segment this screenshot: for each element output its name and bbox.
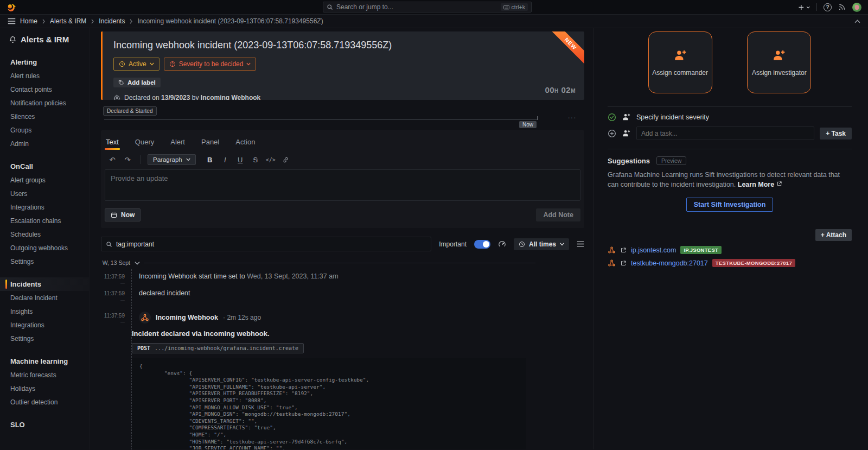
sidebar-item-escalation-chains[interactable]: Escalation chains [0, 214, 89, 227]
shortcut-badge: ctrl+k [501, 3, 528, 11]
code-button[interactable]: </> [264, 154, 277, 166]
check-circle-icon[interactable] [608, 113, 616, 122]
sidebar-item-oncall-settings[interactable]: Settings [0, 255, 89, 268]
chevron-right-icon [91, 19, 94, 24]
collapse-day-chevron-icon[interactable] [135, 261, 140, 265]
strikethrough-button[interactable]: S [249, 154, 262, 166]
incident-title: Incoming webhook incident (2023-09-13T06… [113, 40, 573, 51]
sidebar-item-alert-rules[interactable]: Alert rules [0, 69, 89, 83]
help-icon[interactable]: ? [824, 3, 832, 11]
undo-icon[interactable]: ↶ [106, 154, 119, 166]
add-task-input[interactable] [641, 127, 809, 140]
tab-alert[interactable]: Alert [169, 136, 186, 150]
event-time: 11:37:59 [101, 272, 125, 286]
grafana-logo-icon[interactable] [7, 2, 17, 12]
sidebar-item-incidents-integrations[interactable]: Integrations [0, 318, 89, 332]
clock-icon [119, 61, 125, 67]
add-note-button[interactable]: Add Note [536, 208, 580, 221]
sidebar-item-groups[interactable]: Groups [0, 123, 89, 137]
main-content: Incoming webhook incident (2023-09-13T06… [90, 28, 593, 449]
italic-button[interactable]: I [219, 154, 232, 166]
external-link-icon[interactable] [620, 260, 627, 267]
bell-icon [9, 36, 16, 43]
severity-dropdown[interactable]: Severity to be decided [164, 58, 257, 71]
sidebar-item-declare-incident[interactable]: Declare Incident [0, 291, 89, 305]
person-plus-icon [673, 48, 687, 62]
sidebar-item-outgoing-webhooks[interactable]: Outgoing webhooks [0, 241, 89, 255]
sidebar-item-alert-groups[interactable]: Alert groups [0, 173, 89, 187]
news-rss-icon[interactable] [838, 3, 846, 11]
person-plus-icon[interactable] [622, 112, 631, 122]
tab-action[interactable]: Action [234, 136, 256, 150]
sidebar-item-insights[interactable]: Insights [0, 305, 89, 318]
sidebar-section-incidents-active[interactable]: Incidents [0, 277, 89, 291]
breadcrumb-alerts-irm[interactable]: Alerts & IRM [50, 17, 86, 25]
assign-commander-card[interactable]: Assign commander [648, 31, 712, 93]
sidebar-item-notification-policies[interactable]: Notification policies [0, 96, 89, 110]
activity-search-box[interactable] [101, 237, 431, 251]
bold-button[interactable]: B [203, 154, 216, 166]
webhook-payload-code[interactable]: { "envs": { "APISERVER_CONFIG": "testkub… [132, 358, 526, 449]
sidebar-item-holidays[interactable]: Holidays [0, 382, 89, 395]
gear-icon [113, 94, 120, 100]
update-editor[interactable]: Provide an update [105, 169, 580, 201]
important-toggle[interactable] [474, 240, 490, 249]
redo-icon[interactable]: ↷ [121, 154, 134, 166]
timestamp-now-button[interactable]: Now [105, 208, 141, 221]
suggestions-body: Grafana Machine Learning runs Sift inves… [608, 170, 852, 189]
add-task-button[interactable]: + Task [820, 128, 852, 140]
breadcrumb-home[interactable]: Home [20, 17, 37, 25]
collapse-chevron-up-icon[interactable] [854, 20, 860, 23]
attachment-link[interactable]: testkube-mongodb:27017 [631, 259, 708, 267]
activity-search-input[interactable] [116, 240, 426, 248]
plus-circle-icon[interactable] [608, 129, 616, 138]
minimap-line [104, 119, 538, 120]
external-link-icon[interactable] [620, 247, 627, 253]
add-dropdown-button[interactable] [798, 4, 810, 11]
attach-button[interactable]: + Attach [815, 229, 852, 241]
global-search-box[interactable]: Search or jump to... ctrl+k [323, 2, 532, 12]
search-icon [327, 4, 333, 10]
tab-query[interactable]: Query [134, 136, 155, 150]
all-times-dropdown[interactable]: All times [514, 238, 569, 250]
sidebar-item-incidents-settings[interactable]: Settings [0, 332, 89, 345]
link-icon[interactable] [279, 154, 292, 166]
sidebar-item-contact-points[interactable]: Contact points [0, 83, 89, 96]
sidebar-item-silences[interactable]: Silences [0, 110, 89, 123]
gauge-icon[interactable] [498, 240, 506, 248]
assign-investigator-card[interactable]: Assign investigator [747, 31, 811, 93]
toolbar-divider [141, 155, 141, 164]
sidebar-item-users[interactable]: Users [0, 187, 89, 200]
person-plus-icon[interactable] [622, 129, 631, 138]
add-task-field[interactable] [636, 126, 814, 140]
person-plus-icon [772, 48, 786, 62]
tab-text[interactable]: Text [105, 136, 120, 150]
sidebar-item-schedules[interactable]: Schedules [0, 227, 89, 241]
activity-filter-row: Important All times [101, 237, 584, 251]
paragraph-format-dropdown[interactable]: Paragraph [148, 154, 196, 165]
breadcrumb-current: Incoming webhook incident (2023-09-13T06… [137, 17, 323, 25]
learn-more-link[interactable]: Learn More [738, 181, 782, 188]
sidebar-item-metric-forecasts[interactable]: Metric forecasts [0, 368, 89, 382]
task-item-label[interactable]: Specify incident severity [636, 113, 709, 121]
webhook-icon [608, 259, 616, 267]
sidebar-item-outlier-detection[interactable]: Outlier detection [0, 395, 89, 409]
timeline-event: 11:37:59 declared incident [101, 289, 584, 302]
sidebar-item-oncall-integrations[interactable]: Integrations [0, 200, 89, 214]
list-view-icon[interactable] [577, 241, 584, 247]
user-avatar[interactable] [852, 3, 861, 12]
start-sift-investigation-button[interactable]: Start Sift Investigation [686, 198, 774, 212]
menu-hamburger-icon[interactable] [8, 18, 16, 24]
status-dropdown-active[interactable]: Active [113, 58, 159, 71]
sidebar-section-oncall: OnCall [0, 160, 89, 173]
editor-placeholder: Provide an update [111, 174, 168, 182]
breadcrumb-incidents[interactable]: Incidents [99, 17, 125, 25]
sidebar-section-slo[interactable]: SLO [0, 418, 89, 432]
underline-button[interactable]: U [234, 154, 247, 166]
attachment-link[interactable]: ip.jsontest.com [631, 246, 676, 254]
sidebar-root-alerts-irm[interactable]: Alerts & IRM [0, 33, 89, 46]
tab-panel[interactable]: Panel [200, 136, 220, 150]
minimap-more[interactable]: ... [568, 112, 577, 120]
sidebar-item-admin[interactable]: Admin [0, 137, 89, 150]
add-label-button[interactable]: Add label [113, 78, 161, 87]
